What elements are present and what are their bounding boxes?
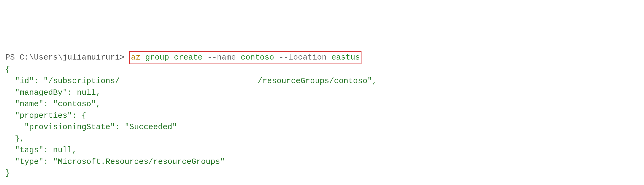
json-close-brace: } — [5, 168, 639, 179]
json-name-line: "name": "contoso", — [5, 98, 639, 110]
type-value: "Microsoft.Resources/resourceGroups" — [53, 157, 225, 166]
tags-key: "tags" — [15, 146, 43, 155]
redacted-subscription-id — [120, 77, 258, 85]
command-line: PS C:\Users\juliamuiruri> az group creat… — [5, 51, 639, 64]
colon: : — [43, 100, 53, 109]
tags-value: null, — [53, 146, 77, 155]
id-prefix: "/subscriptions/ — [43, 76, 120, 85]
colon: : — [34, 76, 43, 85]
name-flag: --name — [207, 53, 236, 62]
id-key: "id" — [15, 76, 34, 85]
type-key: "type" — [15, 157, 43, 166]
name-key: "name" — [15, 100, 43, 109]
json-open-brace: { — [5, 64, 639, 76]
properties-open-brace: { — [82, 111, 86, 120]
location-value: eastus — [331, 53, 360, 62]
az-command: az — [131, 53, 140, 62]
json-provisioningstate-line: "provisioningState": "Succeeded" — [5, 121, 639, 133]
managedby-value: null, — [77, 88, 101, 97]
managedby-key: "managedBy" — [15, 88, 67, 97]
name-value: contoso — [241, 53, 274, 62]
colon: : — [43, 157, 53, 166]
provisioningstate-value: "Succeeded" — [125, 123, 177, 132]
group-subcommand: group — [145, 53, 169, 62]
json-properties-line: "properties": { — [5, 110, 639, 122]
properties-key: "properties" — [15, 111, 72, 120]
json-tags-line: "tags": null, — [5, 145, 639, 156]
command-highlight: az group create --name contoso --locatio… — [129, 51, 361, 64]
json-type-line: "type": "Microsoft.Resources/resourceGro… — [5, 156, 639, 168]
json-managedby-line: "managedBy": null, — [5, 87, 639, 99]
location-flag: --location — [279, 53, 327, 62]
json-properties-close-line: }, — [5, 133, 639, 145]
colon: : — [72, 111, 82, 120]
colon: : — [43, 146, 53, 155]
colon: : — [115, 123, 125, 132]
terminal-output: PS C:\Users\juliamuiruri> az group creat… — [5, 51, 639, 179]
prompt: PS C:\Users\juliamuiruri> — [5, 53, 129, 62]
colon: : — [67, 88, 77, 97]
properties-close-brace: }, — [15, 134, 24, 143]
name-value: "contoso", — [53, 100, 101, 109]
json-id-line: "id": "/subscriptions/ /resourceGroups/c… — [5, 75, 639, 87]
id-suffix: /resourceGroups/contoso", — [258, 76, 377, 85]
create-subcommand: create — [174, 53, 202, 62]
provisioningstate-key: "provisioningState" — [24, 123, 115, 132]
